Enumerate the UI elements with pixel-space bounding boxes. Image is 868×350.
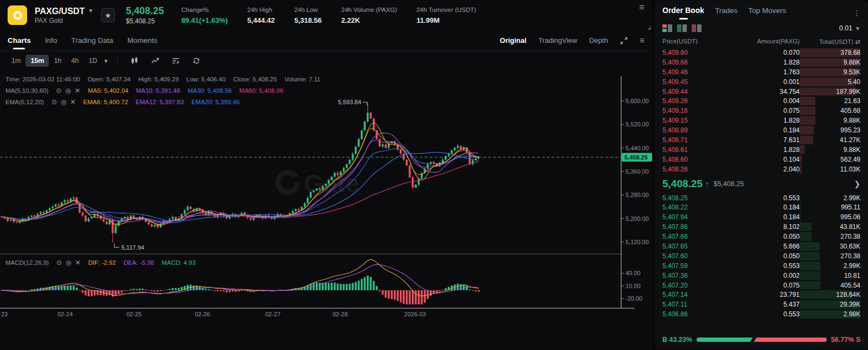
bid-total-value: 270.38 xyxy=(800,251,860,261)
tab-trading-data[interactable]: Trading Data xyxy=(71,31,113,49)
timeframe-15m[interactable]: 15m xyxy=(25,55,49,67)
close-icon[interactable]: ✕ xyxy=(71,97,76,108)
ask-row[interactable]: 5,409.461.7639.53K xyxy=(655,67,868,77)
indicator-settings-icon[interactable]: ◎ xyxy=(61,97,66,108)
chart-settings-menu-icon[interactable]: ≡ xyxy=(640,36,644,46)
buy-sell-ratio: B 43.23% 56.77% S xyxy=(655,330,868,349)
bid-row[interactable]: 5,406.860.5532.98K xyxy=(655,309,868,319)
toolbar-divider xyxy=(117,56,118,65)
pair-title[interactable]: PAXG/USDT xyxy=(35,6,85,17)
ask-row[interactable]: 5,408.262.04011.03K xyxy=(655,164,868,174)
bid-row[interactable]: 5,407.600.050270.38 xyxy=(655,251,868,261)
bid-row[interactable]: 5,408.220.184995.11 xyxy=(655,202,868,212)
ask-amount: 1.828 xyxy=(710,146,800,154)
bid-row[interactable]: 5,407.115.43729.39K xyxy=(655,300,868,309)
candlestick-style-icon[interactable] xyxy=(130,56,139,65)
chart-tabs-row: ChartsInfoTrading DataMoments OriginalTr… xyxy=(0,30,652,51)
resize-handle-icon[interactable]: ◢ xyxy=(647,25,651,30)
view-tab-tradingview[interactable]: TradingView xyxy=(538,36,577,44)
bids-list: 5,408.250.5532.99K5,408.220.184995.115,4… xyxy=(655,193,868,320)
ob-tab-trades[interactable]: Trades xyxy=(715,7,738,20)
timeframe-more-icon[interactable]: ▼ xyxy=(103,58,108,64)
bid-row[interactable]: 5,407.360.00210.81 xyxy=(655,271,868,281)
ask-row[interactable]: 5,409.151.8289.88K xyxy=(655,116,868,125)
ohlc-item: Low: 5,406.40 xyxy=(187,74,226,85)
ob-tab-top-movers[interactable]: Top Movers xyxy=(749,7,787,20)
layout-combined-icon[interactable] xyxy=(662,24,672,32)
ohlc-item: Volume: 7.11 xyxy=(284,74,320,85)
fullscreen-icon[interactable] xyxy=(620,37,628,44)
view-tab-original[interactable]: Original xyxy=(500,36,526,44)
ask-row[interactable]: 5,409.800.070378.68 xyxy=(655,48,868,58)
ask-row[interactable]: 5,409.661.8289.88K xyxy=(655,58,868,67)
bid-row[interactable]: 5,407.940.184995.06 xyxy=(655,212,868,222)
ask-total: 41.27K xyxy=(800,135,860,145)
timeframe-1m[interactable]: 1m xyxy=(7,55,25,67)
eye-icon[interactable]: ⊙ xyxy=(56,257,62,269)
bid-row[interactable]: 5,407.1423.791128.64K xyxy=(655,290,868,300)
indicator-settings-icon[interactable]: ◎ xyxy=(66,257,71,269)
bid-price: 5,406.86 xyxy=(662,310,710,318)
bid-row[interactable]: 5,408.250.5532.99K xyxy=(655,193,868,203)
bid-row[interactable]: 5,407.655.66630.63K xyxy=(655,241,868,251)
eye-icon[interactable]: ⊙ xyxy=(56,85,61,97)
tab-moments[interactable]: Moments xyxy=(127,31,158,49)
precision-caret-icon: ▼ xyxy=(855,26,860,31)
tab-info[interactable]: Info xyxy=(45,31,58,49)
ask-total-value: 405.68 xyxy=(800,106,860,116)
mid-price-fiat: $5,408.25 xyxy=(713,180,744,188)
chart-canvas[interactable]: Gate5,600.005,520.005,440.005,360.005,28… xyxy=(0,71,652,320)
layout-asks-only-icon[interactable] xyxy=(692,24,701,32)
ask-row[interactable]: 5,409.260.00421.63 xyxy=(655,96,868,106)
timeframe-1h[interactable]: 1h xyxy=(49,55,66,67)
ask-price: 5,408.61 xyxy=(662,146,710,154)
bid-amount: 0.553 xyxy=(710,194,800,202)
ask-row[interactable]: 5,409.450.0015.40 xyxy=(655,77,868,87)
page-tabs: ChartsInfoTrading DataMoments xyxy=(8,31,157,49)
pair-dropdown-icon[interactable]: ▼ xyxy=(88,8,93,15)
chart-menu-icon[interactable]: ≡ xyxy=(639,2,644,13)
chart-toolbar: 1m15m1h4h1D ▼ xyxy=(0,51,652,71)
ask-row[interactable]: 5,409.160.075405.68 xyxy=(655,106,868,116)
order-book-menu-icon[interactable]: ⋮ xyxy=(853,9,860,17)
layout-bids-only-icon[interactable] xyxy=(677,24,687,32)
unit-toggle-icon[interactable]: ⇄ xyxy=(855,39,860,45)
header-stat: 24h Volume (PAXG)2.22K xyxy=(341,7,397,24)
compare-overlay-icon[interactable] xyxy=(192,56,201,65)
ask-row[interactable]: 5,408.600.104562.49 xyxy=(655,155,868,164)
bid-row[interactable]: 5,407.590.5532.99K xyxy=(655,261,868,271)
bid-amount: 5.437 xyxy=(710,301,800,308)
indicator-settings-icon[interactable]: ◎ xyxy=(65,85,71,97)
ob-tab-order-book[interactable]: Order Book xyxy=(662,6,704,20)
ask-total-value: 5.40 xyxy=(800,77,860,87)
bid-row[interactable]: 5,407.868.10243.81K xyxy=(655,222,868,232)
ask-row[interactable]: 5,408.717.63141.27K xyxy=(655,135,868,145)
more-chevron-icon[interactable]: ❯ xyxy=(854,180,860,188)
pair-info[interactable]: PAXG/USDT ▼ PAX Gold xyxy=(35,6,93,25)
close-icon[interactable]: ✕ xyxy=(75,85,80,97)
bid-total: 2.99K xyxy=(800,193,860,203)
close-icon[interactable]: ✕ xyxy=(75,257,80,269)
indicator-icon[interactable] xyxy=(151,56,159,65)
bid-total: 270.38 xyxy=(800,251,860,261)
bid-row[interactable]: 5,407.200.075405.54 xyxy=(655,281,868,290)
edit-indicators-icon[interactable] xyxy=(171,56,180,65)
ask-amount: 2.040 xyxy=(710,166,800,173)
favorite-button[interactable]: ★ xyxy=(101,8,115,22)
tab-charts[interactable]: Charts xyxy=(8,31,31,49)
eye-icon[interactable]: ⊙ xyxy=(52,97,57,108)
bid-row[interactable]: 5,407.660.050270.38 xyxy=(655,232,868,241)
ask-row[interactable]: 5,408.611.8289.88K xyxy=(655,145,868,155)
stat-label: 24h Low xyxy=(294,7,322,13)
timeframe-1D[interactable]: 1D xyxy=(84,55,102,67)
ask-row[interactable]: 5,408.890.184995.23 xyxy=(655,125,868,135)
ask-total: 5.40 xyxy=(800,77,860,87)
mid-price-row[interactable]: 5,408.25 ↑ $5,408.25 ❯ xyxy=(655,174,868,193)
precision-select[interactable]: 0.01 ▼ xyxy=(839,24,860,32)
ask-total-value: 9.88K xyxy=(800,116,860,125)
view-tab-depth[interactable]: Depth xyxy=(589,36,608,44)
timeframe-4h[interactable]: 4h xyxy=(66,55,84,67)
candlestick-chart[interactable]: Gate5,600.005,520.005,440.005,360.005,28… xyxy=(0,71,652,320)
bid-total: 128.64K xyxy=(800,290,860,300)
ask-row[interactable]: 5,409.4434.754187.99K xyxy=(655,87,868,97)
